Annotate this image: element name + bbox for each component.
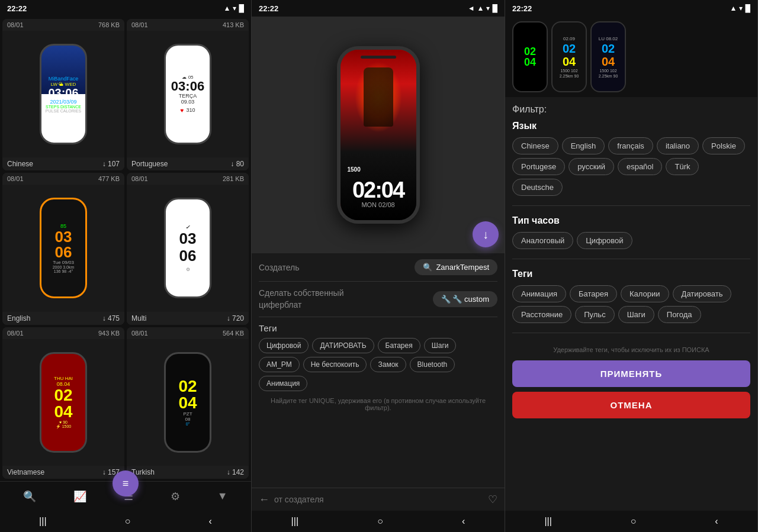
detail-scroll: Создатель 🔍 ZanarkTempest Сделать собств… [252,253,505,488]
card-label-5: Vietnamese [7,468,44,476]
card-downloads-1: ↓ 107 [102,160,120,168]
android-nav-1: ||| ○ ‹ [0,511,251,532]
watchtype-tags: Аналоговый Цифровой [512,232,750,249]
status-icons-3: ▲ ▾ █ [730,4,750,12]
filter-tag-espanol[interactable]: español [618,158,663,175]
tags-wrap: Цифровой ДАТИРОВАТЬ Батарея Шаги AM_PM Н… [259,338,497,391]
fab-menu-button[interactable]: ≡ [113,470,139,496]
watch-large-display: 1500 02:04 MON 02/08 [337,46,420,224]
card-size-6: 564 KB [223,330,244,337]
filter-tag-chinese[interactable]: Chinese [512,137,558,154]
tag-date[interactable]: ДАТИРОВАТЬ [312,338,374,353]
custom-button[interactable]: 🔧 🔧 custom [433,291,497,307]
preview-thumb-2: 02.09 02 04 1500 102 2.25km 90 [551,21,587,92]
watch-device-4: ✓ 03 06 ⚙ [164,198,211,298]
card-date-4: 08/01 [131,175,148,182]
card-date-5: 08/01 [7,330,24,337]
watch-card-portuguese[interactable]: 08/01 413 KB ☁ 05 03:06 TERÇA 09.03 ♥ 31… [127,19,249,170]
watch-card-english[interactable]: 08/01 477 KB 85 03 06 Tue 09/03 2000 3.0… [2,173,124,324]
status-bar-2: 22:22 ◄ ▲ ▾ █ [252,0,505,17]
filter-tag-date[interactable]: Датировать [673,285,732,302]
card-footer-2: Portuguese ↓ 80 [127,157,249,170]
filter-tag-digital[interactable]: Цифровой [577,232,632,249]
filter-section-watchtype: Тип часов Аналоговый Цифровой [512,215,750,259]
preview-thumb-3: LU 08.02 02 04 1500 102 2.25km 90 [590,21,626,92]
watch-time-area: 02:04 MON 02/08 [341,50,416,220]
favorite-button[interactable]: ♡ [488,493,497,506]
battery-icon-3: █ [745,4,750,12]
android-nav-2: ||| ○ ‹ [252,511,505,532]
tag-steps[interactable]: Шаги [424,338,457,353]
status-bar-3: 22:22 ▲ ▾ █ [505,0,757,17]
card-label-3: English [7,314,30,323]
filter-tag-polskie[interactable]: Polskie [702,137,745,154]
tag-battery[interactable]: Батарея [378,338,420,353]
filter-tag-portugese[interactable]: Portugese [512,158,565,175]
watch-card-vietnamese[interactable]: 08/01 943 KB THU HAI 08.04 02 04 ♥ 90 ⚡ … [2,327,124,479]
signal-icon-2: ▲ [477,4,484,12]
android-home-2[interactable]: ○ [377,516,383,527]
tag-animation[interactable]: Анимация [259,376,307,391]
creator-name: ZanarkTempest [436,263,489,272]
filter-tag-italiano[interactable]: italiano [657,137,699,154]
android-home-3[interactable]: ○ [631,516,637,527]
watch-card-turkish[interactable]: 08/01 564 KB 02 04 PZT 08 0° Turkish ↓ 1… [127,327,249,479]
card-downloads-2: ↓ 80 [230,160,244,168]
watch-device-3: 85 03 06 Tue 09/03 2000 3.0km 136 98 -4° [40,198,87,298]
creator-search-pill[interactable]: 🔍 ZanarkTempest [415,259,497,275]
filter-tag-francais[interactable]: français [608,137,653,154]
filter-section-language: Язык Chinese English français italiano P… [512,121,750,206]
filter-tag-deutsche[interactable]: Deutsche [512,179,563,196]
filter-tag-distance[interactable]: Расстояние [512,306,571,323]
android-back-2[interactable]: ‹ [462,516,465,527]
cancel-filter-button[interactable]: ОТМЕНА [512,392,750,418]
filter-scroll: Фильтр: Язык Chinese English français it… [505,97,757,511]
filter-tag-animation[interactable]: Анимация [512,285,566,302]
sort-nav-icon[interactable]: ▼ [217,490,228,502]
back-button[interactable]: ← [259,494,269,506]
watch-card-multi[interactable]: 08/01 281 KB ✓ 03 06 ⚙ Multi ↓ 720 [127,173,249,324]
card-downloads-4: ↓ 720 [227,314,244,323]
filter-tag-weather[interactable]: Погода [658,306,701,323]
card-img-1: MiBandFace LW 🌥 WED 03:06 2021/03/09 STE… [2,31,124,157]
tag-bluetooth[interactable]: Bluetooth [410,357,455,372]
filter-tag-pulse[interactable]: Пульс [575,306,614,323]
detail-bottom-bar: ← ♡ [252,488,505,511]
card-footer-4: Multi ↓ 720 [127,312,249,325]
filter-nav-icon[interactable]: ⚙ [171,490,180,503]
watch-device-1: MiBandFace LW 🌥 WED 03:06 2021/03/09 STE… [40,44,87,144]
tag-ampm[interactable]: AM_PM [259,357,300,372]
filter-tag-steps[interactable]: Шаги [618,306,654,323]
tag-dnd[interactable]: Не беспокоить [303,357,367,372]
card-label-2: Portuguese [131,160,168,168]
filter-tag-russian[interactable]: русский [568,158,614,175]
signal-icon-3: ▲ [730,4,737,12]
tag-lock[interactable]: Замок [370,357,406,372]
tags-title: Теги [259,323,497,333]
trending-nav-icon[interactable]: 📈 [73,490,86,503]
status-bar-1: 22:22 ▲ ▾ █ [0,0,251,17]
watch-grid: 08/01 768 KB MiBandFace LW 🌥 WED 03:06 2… [0,17,251,481]
watch-device-6: 02 04 PZT 08 0° [164,352,211,453]
android-recent-1[interactable]: ||| [39,516,46,527]
signal-icon: ▲ [224,4,231,12]
tag-digital[interactable]: Цифровой [259,338,309,353]
android-back-3[interactable]: ‹ [715,516,718,527]
watch-card-chinese[interactable]: 08/01 768 KB MiBandFace LW 🌥 WED 03:06 2… [2,19,124,170]
filter-tag-english[interactable]: English [562,137,605,154]
card-footer-6: Turkish ↓ 142 [127,466,249,479]
apply-filter-button[interactable]: ПРИМЕНЯТЬ [512,360,750,387]
android-back-1[interactable]: ‹ [209,516,212,527]
android-recent-2[interactable]: ||| [291,516,298,527]
filter-tag-analog[interactable]: Аналоговый [512,232,573,249]
download-button[interactable]: ↓ [473,221,499,247]
filter-tag-turk[interactable]: Türk [666,158,699,175]
search-nav-icon[interactable]: 🔍 [23,490,36,503]
creator-input-field[interactable] [274,495,483,504]
android-home-1[interactable]: ○ [125,516,131,527]
filter-main-title: Фильтр: [512,104,750,115]
filter-tag-battery[interactable]: Батарея [570,285,617,302]
android-recent-3[interactable]: ||| [544,516,551,527]
card-img-4: ✓ 03 06 ⚙ [127,185,249,311]
filter-tag-calories[interactable]: Калории [621,285,669,302]
